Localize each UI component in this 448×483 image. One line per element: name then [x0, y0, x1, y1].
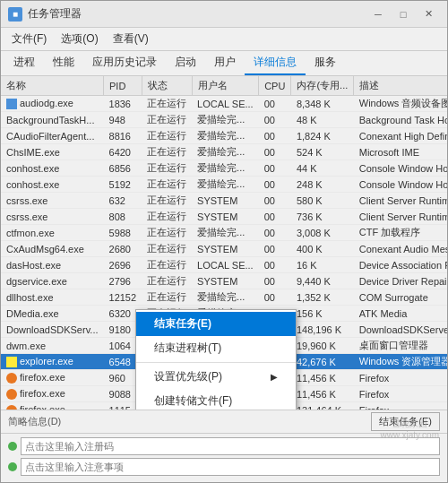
col-pid[interactable]: PID [104, 76, 142, 96]
watermark: 雪花家园www.xjaty.com [381, 418, 439, 440]
status-label[interactable]: 简略信息(D) [8, 415, 61, 428]
table-row[interactable]: ctfmon.exe5988正在运行爱描绘完...003,008 KCTF 加载… [1, 225, 447, 241]
context-menu: 结束任务(E) 结束进程树(T) 设置优先级(P) ▶ 创建转储文件(F) 分析… [135, 309, 297, 410]
ctx-end-process-tree[interactable]: 结束进程树(T) [136, 336, 296, 360]
process-table-container: 名称 PID 状态 用户名 CPU 内存(专用... 描述 audiodg.ex… [1, 76, 447, 410]
table-row[interactable]: conhost.exe5192正在运行爱描绘完...00248 KConsole… [1, 177, 447, 193]
tab-startup[interactable]: 启动 [166, 51, 205, 75]
col-cpu[interactable]: CPU [259, 76, 291, 96]
notes-input[interactable] [21, 458, 440, 476]
menu-view[interactable]: 查看(V) [106, 30, 156, 48]
col-name[interactable]: 名称 [1, 76, 104, 96]
tab-users[interactable]: 用户 [205, 51, 245, 75]
tabs-bar: 进程 性能 应用历史记录 启动 用户 详细信息 服务 [1, 51, 447, 76]
col-user[interactable]: 用户名 [192, 76, 259, 96]
ctx-arrow-icon: ▶ [271, 372, 278, 382]
bottom-panel [1, 433, 447, 482]
dot-1 [8, 442, 17, 451]
table-row[interactable]: dgservice.exe2796正在运行SYSTEM009,440 KDevi… [1, 273, 447, 289]
ctx-set-priority-label: 设置优先级(P) [154, 369, 222, 384]
ctx-set-priority[interactable]: 设置优先级(P) ▶ [136, 365, 296, 389]
tab-details[interactable]: 详细信息 [245, 51, 306, 75]
maximize-button[interactable]: □ [392, 5, 415, 23]
input-row-2 [8, 458, 440, 476]
menu-bar: 文件(F) 选项(O) 查看(V) [1, 28, 447, 51]
col-status[interactable]: 状态 [142, 76, 192, 96]
col-desc[interactable]: 描述 [354, 76, 447, 96]
ctx-separator-1 [136, 362, 296, 363]
tab-performance[interactable]: 性能 [44, 51, 83, 75]
table-row[interactable]: audiodg.exe1836正在运行LOCAL SE...008,348 KW… [1, 96, 447, 112]
menu-options[interactable]: 选项(O) [54, 30, 105, 48]
table-row[interactable]: ChsIME.exe6420正在运行爱描绘完...00524 KMicrosof… [1, 144, 447, 160]
table-header-row: 名称 PID 状态 用户名 CPU 内存(专用... 描述 [1, 76, 447, 96]
app-icon: ■ [8, 7, 22, 22]
minimize-button[interactable]: ─ [366, 5, 390, 23]
main-window: ■ 任务管理器 ─ □ ✕ 文件(F) 选项(O) 查看(V) 进程 性能 应用… [0, 0, 448, 483]
dot-2 [8, 462, 17, 471]
tab-services[interactable]: 服务 [306, 51, 345, 75]
ctx-create-dump-f[interactable]: 创建转储文件(F) [136, 389, 296, 410]
table-row[interactable]: csrss.exe808正在运行SYSTEM00736 KClient Serv… [1, 209, 447, 225]
table-row[interactable]: BackgroundTaskH...948正在运行爱描绘完...0048 KBa… [1, 112, 447, 128]
table-row[interactable]: dllhost.exe12152正在运行爱描绘完...001,352 KCOM … [1, 289, 447, 306]
title-bar: ■ 任务管理器 ─ □ ✕ [1, 1, 447, 28]
tab-processes[interactable]: 进程 [4, 51, 44, 75]
table-row[interactable]: csrss.exe632正在运行SYSTEM00580 KClient Serv… [1, 193, 447, 209]
window-controls: ─ □ ✕ [366, 5, 440, 23]
close-button[interactable]: ✕ [417, 5, 440, 23]
window-title: 任务管理器 [28, 6, 366, 22]
input-row-1 [8, 437, 440, 455]
table-row[interactable]: CxAudMsg64.exe2680正在运行SYSTEM00400 KConex… [1, 241, 447, 257]
col-memory[interactable]: 内存(专用... [291, 76, 354, 96]
tab-history[interactable]: 应用历史记录 [83, 51, 166, 75]
ctx-end-task[interactable]: 结束任务(E) [136, 312, 296, 336]
table-row[interactable]: conhost.exe6856正在运行爱描绘完...0044 KConsole … [1, 160, 447, 177]
table-row[interactable]: CAudioFilterAgent...8816正在运行爱描绘完...001,8… [1, 128, 447, 144]
register-input[interactable] [21, 437, 440, 455]
menu-file[interactable]: 文件(F) [4, 30, 54, 48]
table-row[interactable]: dasHost.exe2696正在运行LOCAL SE...0016 KDevi… [1, 257, 447, 273]
